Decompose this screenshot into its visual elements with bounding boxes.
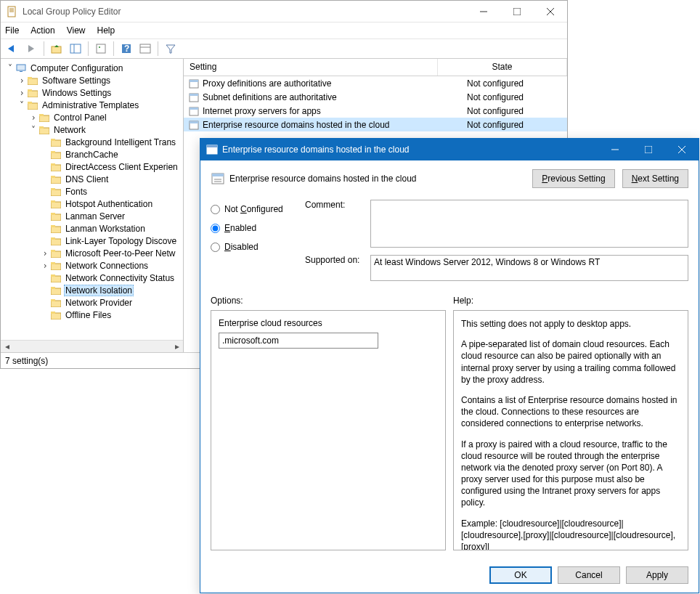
- scroll-right-icon[interactable]: ▸: [171, 341, 183, 353]
- svg-point-15: [99, 46, 100, 48]
- folder-icon: [50, 310, 62, 320]
- svg-rect-72: [207, 145, 217, 147]
- ok-button[interactable]: OK: [489, 566, 552, 584]
- tree-item[interactable]: Link-Layer Topology Discove: [40, 235, 183, 247]
- scroll-left-icon[interactable]: ◂: [1, 341, 13, 353]
- help-pane: Help: This setting does not apply to des…: [453, 296, 688, 550]
- filter-button[interactable]: [162, 41, 179, 57]
- tree-software-settings[interactable]: ›Software Settings: [17, 74, 183, 86]
- svg-rect-5: [513, 8, 521, 15]
- tree-network[interactable]: ˅Network: [28, 123, 183, 136]
- enterprise-cloud-resources-input[interactable]: [219, 333, 378, 349]
- tree-item[interactable]: ›Network Connections: [40, 259, 183, 272]
- folder-icon: [50, 187, 62, 197]
- policy-header-title: Enterprise resource domains hosted in th…: [229, 174, 525, 184]
- cancel-button[interactable]: Cancel: [558, 566, 620, 584]
- help-button[interactable]: ?: [118, 41, 135, 57]
- main-titlebar[interactable]: Local Group Policy Editor: [1, 1, 567, 23]
- svg-rect-26: [28, 89, 32, 91]
- next-setting-button[interactable]: Next Setting: [622, 169, 688, 188]
- setting-icon: [188, 91, 200, 103]
- dialog-close-button[interactable]: [665, 139, 699, 160]
- minimize-button[interactable]: [467, 1, 500, 23]
- apply-button[interactable]: Apply: [626, 566, 688, 584]
- show-hide-tree-button[interactable]: [67, 41, 84, 57]
- svg-rect-45: [51, 214, 61, 221]
- tree-item[interactable]: DNS Client: [40, 173, 183, 185]
- svg-rect-50: [51, 237, 55, 240]
- svg-rect-56: [51, 274, 55, 277]
- menu-file[interactable]: File: [5, 25, 19, 36]
- list-row[interactable]: Internet proxy servers for appsNot confi…: [184, 104, 567, 118]
- comment-field[interactable]: [370, 200, 688, 248]
- dialog-minimize-button[interactable]: [598, 139, 632, 160]
- svg-rect-55: [51, 276, 61, 282]
- tree-item[interactable]: BranchCache: [40, 148, 183, 160]
- options-label: Options:: [211, 296, 446, 306]
- svg-rect-48: [51, 225, 55, 227]
- help-text[interactable]: This setting does not apply to desktop a…: [453, 310, 688, 550]
- svg-rect-40: [51, 176, 55, 178]
- menu-view[interactable]: View: [67, 25, 86, 36]
- radio-disabled[interactable]: Disabled: [211, 237, 305, 256]
- folder-icon: [38, 113, 50, 123]
- radio-enabled[interactable]: Enabled: [211, 219, 305, 237]
- tree-item[interactable]: Hotspot Authentication: [40, 198, 183, 210]
- tree-item[interactable]: Lanman Workstation: [40, 222, 183, 235]
- forward-button[interactable]: [23, 41, 40, 57]
- menu-action[interactable]: Action: [30, 25, 54, 36]
- tree-root[interactable]: ˅ Computer Configuration: [5, 62, 183, 74]
- tree-item[interactable]: Background Intelligent Trans: [40, 136, 183, 148]
- list-row[interactable]: Enterprise resource domains hosted in th…: [184, 118, 567, 131]
- maximize-button[interactable]: [500, 1, 534, 23]
- tree-item[interactable]: ›Microsoft Peer-to-Peer Netw: [40, 247, 183, 259]
- column-setting[interactable]: Setting: [184, 59, 438, 76]
- svg-rect-41: [51, 190, 61, 196]
- back-button[interactable]: [4, 41, 21, 57]
- svg-rect-28: [28, 102, 32, 104]
- radio-not-configured[interactable]: Not Configured: [211, 200, 305, 219]
- folder-icon: [50, 298, 62, 308]
- svg-rect-62: [51, 312, 55, 314]
- close-button[interactable]: [534, 1, 567, 23]
- options-pane: Options: Enterprise cloud resources: [211, 296, 446, 550]
- up-folder-button[interactable]: [48, 41, 65, 57]
- extended-view-button[interactable]: [137, 41, 154, 57]
- tree-admin-templates[interactable]: ˅Administrative Templates: [17, 99, 183, 111]
- tree-item[interactable]: Network Provider: [40, 296, 183, 309]
- svg-rect-51: [51, 251, 61, 258]
- toolbar: ?: [1, 38, 567, 59]
- computer-icon: [15, 63, 27, 73]
- svg-rect-78: [212, 174, 224, 176]
- svg-rect-54: [51, 262, 55, 264]
- svg-rect-44: [51, 200, 55, 203]
- app-icon: [7, 6, 18, 17]
- tree-horizontal-scrollbar[interactable]: ◂ ▸: [1, 340, 183, 352]
- svg-marker-20: [166, 45, 175, 53]
- svg-rect-33: [51, 140, 61, 147]
- previous-setting-button[interactable]: Previous Setting: [532, 169, 614, 188]
- tree-item[interactable]: Fonts: [40, 185, 183, 198]
- folder-icon: [27, 88, 38, 98]
- list-row[interactable]: Proxy definitions are authoritativeNot c…: [184, 76, 567, 90]
- svg-rect-38: [51, 163, 55, 166]
- svg-rect-29: [39, 115, 49, 122]
- folder-icon: [50, 248, 62, 259]
- dialog-maximize-button[interactable]: [632, 139, 665, 160]
- tree-item[interactable]: Network Isolation: [40, 284, 183, 296]
- list-row[interactable]: Subnet definitions are authoritativeNot …: [184, 90, 567, 104]
- menu-help[interactable]: Help: [97, 25, 115, 36]
- column-state[interactable]: State: [438, 59, 567, 76]
- tree-item[interactable]: Offline Files: [40, 309, 183, 321]
- svg-rect-35: [51, 152, 61, 159]
- tree-item[interactable]: DirectAccess Client Experien: [40, 160, 183, 173]
- tree-windows-settings[interactable]: ›Windows Settings: [17, 86, 183, 99]
- tree-item[interactable]: Lanman Server: [40, 210, 183, 222]
- folder-icon: [50, 261, 62, 271]
- policy-tree[interactable]: ˅ Computer Configuration ›Software Setti…: [1, 59, 183, 340]
- dialog-titlebar[interactable]: Enterprise resource domains hosted in th…: [200, 139, 699, 160]
- tree-control-panel[interactable]: ›Control Panel: [28, 111, 183, 123]
- option-field-label: Enterprise cloud resources: [219, 318, 438, 328]
- properties-button[interactable]: [92, 41, 110, 57]
- tree-item[interactable]: Network Connectivity Status: [40, 272, 183, 284]
